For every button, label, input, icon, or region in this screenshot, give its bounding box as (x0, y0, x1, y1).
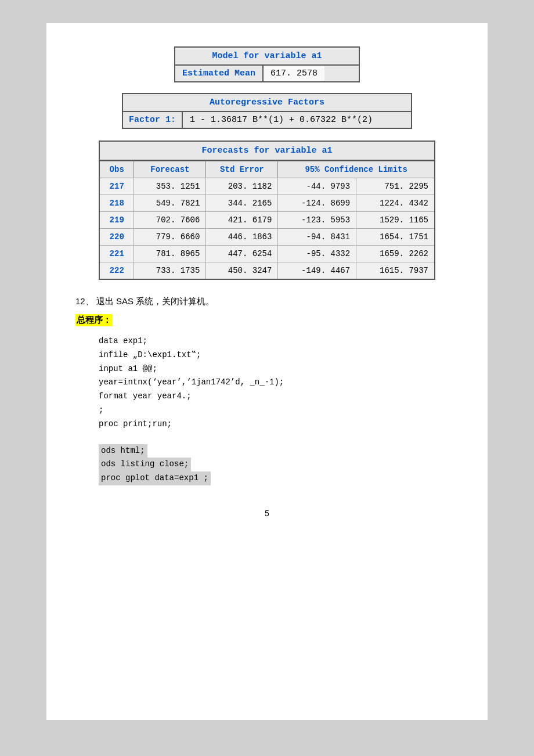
code-line: proc print;run; (99, 417, 459, 431)
code-line: data exp1; (99, 334, 459, 348)
forecast-table: Obs Forecast Std Error 95% Confidence Li… (99, 161, 435, 280)
forecast-header: Forecasts for variable a1 (99, 141, 435, 161)
cl-lower-cell: -149. 4467 (278, 262, 356, 280)
code-block-2: ods html;ods listing close;proc gplot da… (75, 444, 459, 485)
cl-upper-cell: 1615. 7937 (356, 262, 435, 280)
estimated-mean-row: Estimated Mean 617. 2578 (174, 64, 360, 82)
page-number: 5 (75, 509, 459, 518)
code-line-highlighted: proc gplot data=exp1 ; (99, 471, 211, 485)
stderr-cell: 203. 1182 (206, 178, 278, 195)
model-section: Model for variable a1 Estimated Mean 617… (75, 46, 459, 82)
cl-lower-cell: -95. 4332 (278, 246, 356, 262)
stderr-cell: 421. 6179 (206, 212, 278, 229)
forecast-cell: 353. 1251 (134, 178, 206, 195)
total-program-label: 总程序： (75, 314, 113, 326)
obs-cell: 220 (99, 229, 134, 246)
code-line: infile „D:\exp1.txt‟; (99, 348, 459, 362)
estimated-mean-value: 617. 2578 (264, 66, 324, 81)
cl-upper-cell: 1654. 1751 (356, 229, 435, 246)
cl-lower-cell: -124. 8699 (278, 195, 356, 212)
cl-lower-cell: -44. 9793 (278, 178, 356, 195)
code-line-highlighted: ods html; (99, 444, 147, 458)
table-row: 217 353. 1251 203. 1182 -44. 9793 751. 2… (99, 178, 435, 195)
estimated-mean-label: Estimated Mean (175, 66, 264, 81)
code-line: input a1 @@; (99, 362, 459, 376)
code-line: ; (99, 404, 459, 417)
table-row: 219 702. 7606 421. 6179 -123. 5953 1529.… (99, 212, 435, 229)
ar-header: Autoregressive Factors (122, 93, 412, 112)
code-line: format year year4.; (99, 390, 459, 404)
code-block-1: data exp1;infile „D:\exp1.txt‟;input a1 … (75, 334, 459, 431)
obs-cell: 217 (99, 178, 134, 195)
forecast-cell: 779. 6660 (134, 229, 206, 246)
obs-cell: 222 (99, 262, 134, 280)
cl-upper-cell: 1529. 1165 (356, 212, 435, 229)
forecast-cell: 549. 7821 (134, 195, 206, 212)
numbered-item: 12、 退出 SAS 系统，关闭计算机。 (75, 296, 459, 307)
forecast-cell: 733. 1735 (134, 262, 206, 280)
page: Model for variable a1 Estimated Mean 617… (46, 23, 488, 720)
cl-upper-cell: 1659. 2262 (356, 246, 435, 262)
col-header-confidence: 95% Confidence Limits (278, 161, 435, 178)
obs-cell: 219 (99, 212, 134, 229)
autoregressive-section: Autoregressive Factors Factor 1: 1 - 1.3… (122, 93, 412, 129)
table-row: 220 779. 6660 446. 1863 -94. 8431 1654. … (99, 229, 435, 246)
forecast-cell: 781. 8965 (134, 246, 206, 262)
numbered-item-text: 退出 SAS 系统，关闭计算机。 (94, 296, 215, 306)
ar-factor-label: Factor 1: (123, 112, 183, 128)
forecast-cell: 702. 7606 (134, 212, 206, 229)
model-title: Model for variable a1 (174, 46, 360, 66)
stderr-cell: 446. 1863 (206, 229, 278, 246)
stderr-cell: 344. 2165 (206, 195, 278, 212)
cl-lower-cell: -94. 8431 (278, 229, 356, 246)
col-header-forecast: Forecast (134, 161, 206, 178)
ar-factor-row: Factor 1: 1 - 1.36817 B**(1) + 0.67322 B… (122, 111, 412, 129)
table-row: 218 549. 7821 344. 2165 -124. 8699 1224.… (99, 195, 435, 212)
numbered-item-number: 12、 (75, 296, 94, 306)
cl-lower-cell: -123. 5953 (278, 212, 356, 229)
col-header-obs: Obs (99, 161, 134, 178)
obs-cell: 218 (99, 195, 134, 212)
code-line: year=intnx(‘year’,‘1jan1742’d, _n_-1); (99, 376, 459, 390)
cl-upper-cell: 751. 2295 (356, 178, 435, 195)
table-row: 221 781. 8965 447. 6254 -95. 4332 1659. … (99, 246, 435, 262)
stderr-cell: 447. 6254 (206, 246, 278, 262)
ar-factor-value: 1 - 1.36817 B**(1) + 0.67322 B**(2) (183, 112, 380, 128)
col-header-stderr: Std Error (206, 161, 278, 178)
stderr-cell: 450. 3247 (206, 262, 278, 280)
forecast-section: Forecasts for variable a1 Obs Forecast S… (99, 141, 435, 280)
forecast-table-header-row: Obs Forecast Std Error 95% Confidence Li… (99, 161, 435, 178)
code-line-highlighted: ods listing close; (99, 458, 191, 471)
obs-cell: 221 (99, 246, 134, 262)
table-row: 222 733. 1735 450. 3247 -149. 4467 1615.… (99, 262, 435, 280)
cl-upper-cell: 1224. 4342 (356, 195, 435, 212)
